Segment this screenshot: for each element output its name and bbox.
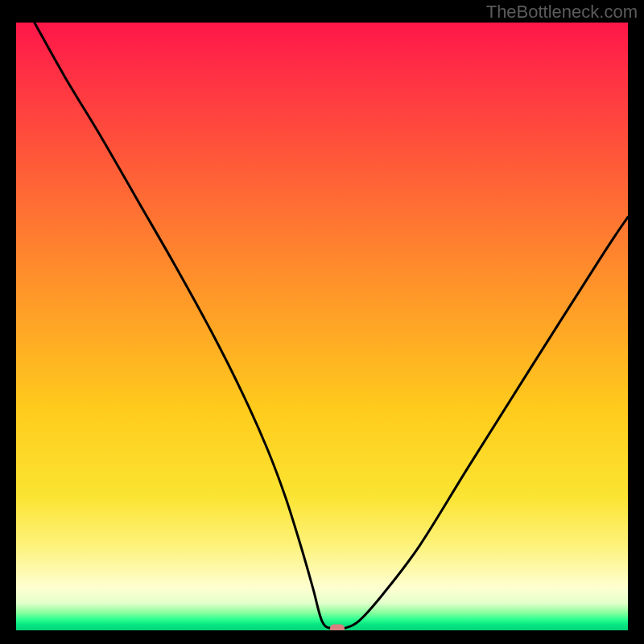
watermark-text: TheBottleneck.com bbox=[486, 2, 638, 23]
curve-svg bbox=[16, 23, 628, 630]
chart-frame: TheBottleneck.com bbox=[0, 0, 644, 644]
min-marker bbox=[330, 624, 345, 630]
plot-area bbox=[16, 23, 628, 630]
bottleneck-curve-path bbox=[35, 23, 628, 630]
